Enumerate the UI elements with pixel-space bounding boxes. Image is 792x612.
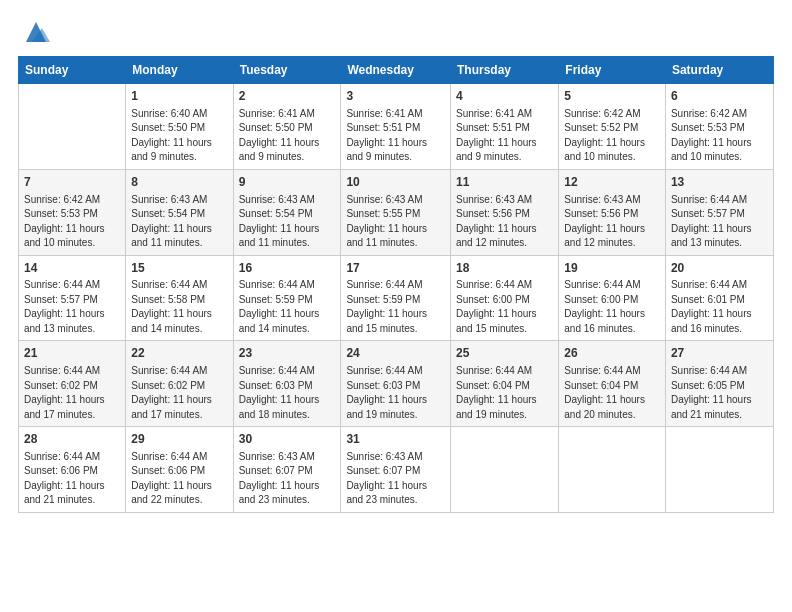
day-info: Sunrise: 6:44 AM Sunset: 6:06 PM Dayligh…	[131, 450, 227, 508]
day-info: Sunrise: 6:44 AM Sunset: 6:04 PM Dayligh…	[564, 364, 660, 422]
day-info: Sunrise: 6:43 AM Sunset: 5:56 PM Dayligh…	[456, 193, 553, 251]
day-number: 4	[456, 88, 553, 105]
day-cell: 20Sunrise: 6:44 AM Sunset: 6:01 PM Dayli…	[665, 255, 773, 341]
day-info: Sunrise: 6:44 AM Sunset: 6:03 PM Dayligh…	[239, 364, 336, 422]
day-number: 12	[564, 174, 660, 191]
day-info: Sunrise: 6:43 AM Sunset: 5:56 PM Dayligh…	[564, 193, 660, 251]
day-cell: 22Sunrise: 6:44 AM Sunset: 6:02 PM Dayli…	[126, 341, 233, 427]
day-number: 23	[239, 345, 336, 362]
day-info: Sunrise: 6:40 AM Sunset: 5:50 PM Dayligh…	[131, 107, 227, 165]
day-cell	[665, 427, 773, 513]
day-cell	[559, 427, 666, 513]
day-number: 30	[239, 431, 336, 448]
day-info: Sunrise: 6:44 AM Sunset: 5:58 PM Dayligh…	[131, 278, 227, 336]
day-info: Sunrise: 6:44 AM Sunset: 6:02 PM Dayligh…	[24, 364, 120, 422]
day-cell: 19Sunrise: 6:44 AM Sunset: 6:00 PM Dayli…	[559, 255, 666, 341]
day-header-friday: Friday	[559, 57, 666, 84]
day-cell: 7Sunrise: 6:42 AM Sunset: 5:53 PM Daylig…	[19, 169, 126, 255]
day-number: 24	[346, 345, 445, 362]
day-cell: 27Sunrise: 6:44 AM Sunset: 6:05 PM Dayli…	[665, 341, 773, 427]
day-cell: 17Sunrise: 6:44 AM Sunset: 5:59 PM Dayli…	[341, 255, 451, 341]
day-cell: 1Sunrise: 6:40 AM Sunset: 5:50 PM Daylig…	[126, 84, 233, 170]
day-cell: 30Sunrise: 6:43 AM Sunset: 6:07 PM Dayli…	[233, 427, 341, 513]
day-number: 18	[456, 260, 553, 277]
day-number: 6	[671, 88, 768, 105]
day-header-saturday: Saturday	[665, 57, 773, 84]
day-number: 11	[456, 174, 553, 191]
day-number: 17	[346, 260, 445, 277]
day-info: Sunrise: 6:43 AM Sunset: 6:07 PM Dayligh…	[346, 450, 445, 508]
day-header-sunday: Sunday	[19, 57, 126, 84]
week-row: 1Sunrise: 6:40 AM Sunset: 5:50 PM Daylig…	[19, 84, 774, 170]
day-number: 22	[131, 345, 227, 362]
day-info: Sunrise: 6:44 AM Sunset: 5:57 PM Dayligh…	[24, 278, 120, 336]
day-header-thursday: Thursday	[450, 57, 558, 84]
day-number: 28	[24, 431, 120, 448]
day-number: 15	[131, 260, 227, 277]
day-cell: 13Sunrise: 6:44 AM Sunset: 5:57 PM Dayli…	[665, 169, 773, 255]
day-cell: 16Sunrise: 6:44 AM Sunset: 5:59 PM Dayli…	[233, 255, 341, 341]
calendar-header: SundayMondayTuesdayWednesdayThursdayFrid…	[19, 57, 774, 84]
day-info: Sunrise: 6:43 AM Sunset: 5:54 PM Dayligh…	[239, 193, 336, 251]
day-cell: 23Sunrise: 6:44 AM Sunset: 6:03 PM Dayli…	[233, 341, 341, 427]
day-info: Sunrise: 6:44 AM Sunset: 6:01 PM Dayligh…	[671, 278, 768, 336]
header-row: SundayMondayTuesdayWednesdayThursdayFrid…	[19, 57, 774, 84]
day-info: Sunrise: 6:44 AM Sunset: 6:03 PM Dayligh…	[346, 364, 445, 422]
day-info: Sunrise: 6:44 AM Sunset: 6:04 PM Dayligh…	[456, 364, 553, 422]
day-info: Sunrise: 6:41 AM Sunset: 5:50 PM Dayligh…	[239, 107, 336, 165]
logo	[18, 18, 50, 46]
day-number: 27	[671, 345, 768, 362]
day-number: 8	[131, 174, 227, 191]
day-number: 29	[131, 431, 227, 448]
day-info: Sunrise: 6:44 AM Sunset: 6:00 PM Dayligh…	[564, 278, 660, 336]
page: SundayMondayTuesdayWednesdayThursdayFrid…	[0, 0, 792, 612]
logo-icon	[22, 18, 50, 46]
day-number: 14	[24, 260, 120, 277]
week-row: 28Sunrise: 6:44 AM Sunset: 6:06 PM Dayli…	[19, 427, 774, 513]
day-cell: 29Sunrise: 6:44 AM Sunset: 6:06 PM Dayli…	[126, 427, 233, 513]
day-cell: 2Sunrise: 6:41 AM Sunset: 5:50 PM Daylig…	[233, 84, 341, 170]
day-cell: 25Sunrise: 6:44 AM Sunset: 6:04 PM Dayli…	[450, 341, 558, 427]
calendar-body: 1Sunrise: 6:40 AM Sunset: 5:50 PM Daylig…	[19, 84, 774, 513]
day-cell: 6Sunrise: 6:42 AM Sunset: 5:53 PM Daylig…	[665, 84, 773, 170]
day-header-tuesday: Tuesday	[233, 57, 341, 84]
day-info: Sunrise: 6:44 AM Sunset: 5:59 PM Dayligh…	[346, 278, 445, 336]
day-cell: 28Sunrise: 6:44 AM Sunset: 6:06 PM Dayli…	[19, 427, 126, 513]
day-info: Sunrise: 6:44 AM Sunset: 5:57 PM Dayligh…	[671, 193, 768, 251]
day-info: Sunrise: 6:44 AM Sunset: 6:05 PM Dayligh…	[671, 364, 768, 422]
day-info: Sunrise: 6:44 AM Sunset: 5:59 PM Dayligh…	[239, 278, 336, 336]
week-row: 7Sunrise: 6:42 AM Sunset: 5:53 PM Daylig…	[19, 169, 774, 255]
day-cell: 10Sunrise: 6:43 AM Sunset: 5:55 PM Dayli…	[341, 169, 451, 255]
day-number: 13	[671, 174, 768, 191]
day-number: 2	[239, 88, 336, 105]
day-number: 25	[456, 345, 553, 362]
day-number: 26	[564, 345, 660, 362]
day-number: 31	[346, 431, 445, 448]
day-info: Sunrise: 6:44 AM Sunset: 6:06 PM Dayligh…	[24, 450, 120, 508]
day-cell	[19, 84, 126, 170]
calendar: SundayMondayTuesdayWednesdayThursdayFrid…	[18, 56, 774, 513]
day-info: Sunrise: 6:44 AM Sunset: 6:02 PM Dayligh…	[131, 364, 227, 422]
day-number: 19	[564, 260, 660, 277]
day-info: Sunrise: 6:42 AM Sunset: 5:53 PM Dayligh…	[671, 107, 768, 165]
day-info: Sunrise: 6:43 AM Sunset: 5:54 PM Dayligh…	[131, 193, 227, 251]
day-info: Sunrise: 6:43 AM Sunset: 5:55 PM Dayligh…	[346, 193, 445, 251]
day-cell: 3Sunrise: 6:41 AM Sunset: 5:51 PM Daylig…	[341, 84, 451, 170]
day-info: Sunrise: 6:44 AM Sunset: 6:00 PM Dayligh…	[456, 278, 553, 336]
day-cell: 24Sunrise: 6:44 AM Sunset: 6:03 PM Dayli…	[341, 341, 451, 427]
day-info: Sunrise: 6:41 AM Sunset: 5:51 PM Dayligh…	[456, 107, 553, 165]
day-header-monday: Monday	[126, 57, 233, 84]
day-info: Sunrise: 6:43 AM Sunset: 6:07 PM Dayligh…	[239, 450, 336, 508]
day-number: 16	[239, 260, 336, 277]
day-number: 21	[24, 345, 120, 362]
day-cell: 11Sunrise: 6:43 AM Sunset: 5:56 PM Dayli…	[450, 169, 558, 255]
header	[18, 18, 774, 46]
day-number: 10	[346, 174, 445, 191]
day-cell: 15Sunrise: 6:44 AM Sunset: 5:58 PM Dayli…	[126, 255, 233, 341]
day-cell: 14Sunrise: 6:44 AM Sunset: 5:57 PM Dayli…	[19, 255, 126, 341]
day-cell	[450, 427, 558, 513]
day-cell: 18Sunrise: 6:44 AM Sunset: 6:00 PM Dayli…	[450, 255, 558, 341]
day-header-wednesday: Wednesday	[341, 57, 451, 84]
week-row: 14Sunrise: 6:44 AM Sunset: 5:57 PM Dayli…	[19, 255, 774, 341]
day-info: Sunrise: 6:41 AM Sunset: 5:51 PM Dayligh…	[346, 107, 445, 165]
